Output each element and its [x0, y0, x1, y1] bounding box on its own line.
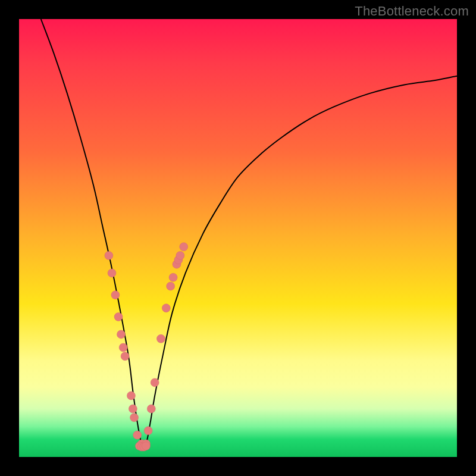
data-dot: [169, 273, 177, 281]
data-dot: [162, 304, 170, 312]
data-dot: [119, 343, 127, 352]
data-dot: [147, 405, 155, 413]
data-dot: [114, 312, 123, 321]
plot-area: [19, 19, 457, 457]
data-dot: [105, 251, 113, 259]
data-dot: [176, 251, 184, 259]
data-dot: [156, 334, 165, 343]
data-dot: [127, 392, 135, 400]
chart-frame: TheBottleneck.com: [0, 0, 476, 476]
data-dot: [129, 405, 137, 413]
data-dots: [105, 243, 188, 451]
curve-svg: [19, 19, 457, 457]
data-dot: [142, 442, 150, 450]
data-dot: [144, 427, 152, 435]
watermark-text: TheBottleneck.com: [355, 4, 469, 19]
bottleneck-curve-path: [41, 19, 457, 447]
data-dot: [151, 378, 159, 387]
data-dot: [167, 282, 175, 290]
data-dot: [130, 414, 139, 422]
data-dot: [111, 291, 120, 299]
data-dot: [121, 352, 129, 361]
data-dot: [108, 269, 116, 277]
data-dot: [117, 330, 125, 339]
data-dot: [133, 431, 142, 439]
data-dot: [180, 243, 188, 251]
bottleneck-curve: [41, 19, 457, 447]
